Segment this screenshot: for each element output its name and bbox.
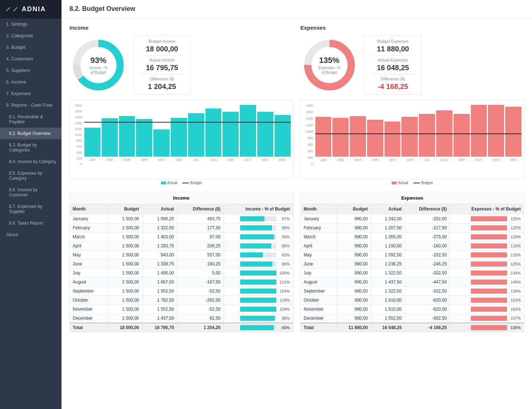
sidebar-item-expenses-category[interactable]: 8.5. Expenses by Category bbox=[0, 167, 61, 184]
income-actual-dot bbox=[161, 182, 166, 184]
bar-col-aug: AUG bbox=[205, 108, 222, 162]
expenses-title: Expenses bbox=[301, 25, 524, 31]
td-total-pct: 135% bbox=[450, 323, 524, 332]
td-3: -275,00 bbox=[405, 233, 450, 242]
td-1: 990,00 bbox=[337, 223, 371, 233]
td-1: 990,00 bbox=[337, 287, 371, 296]
sidebar-item-budget-overview[interactable]: 8.2. Budget Overview bbox=[0, 128, 61, 139]
table-row: November990,001 610,00-620,00163% bbox=[301, 305, 524, 314]
sidebar-item-customers[interactable]: 4. Customers bbox=[0, 53, 61, 65]
bar-label-jan: JAN bbox=[89, 158, 95, 162]
sidebar-item-rec-payable[interactable]: 8.1. Receivable & Payable bbox=[0, 111, 61, 128]
income-legend-budget-label: Budget bbox=[190, 181, 202, 185]
income-donut-label: 93% Income - % of Budget bbox=[89, 55, 108, 75]
income-budget-label: Budget Income bbox=[140, 39, 184, 43]
td-pct: 67% bbox=[224, 214, 293, 223]
sidebar-item-income-customer[interactable]: 8.6. Income by Customer bbox=[0, 184, 61, 201]
td-3: -167,50 bbox=[177, 278, 224, 287]
td-pct: 104% bbox=[224, 287, 293, 296]
y-tick: 1400 bbox=[306, 117, 313, 120]
bar-label-nov: NOV bbox=[262, 158, 269, 162]
bar-col-mar: MAR bbox=[350, 116, 366, 162]
pct-label: 104% bbox=[278, 289, 290, 293]
pct-label: 145% bbox=[509, 280, 521, 284]
table-row: April990,001 150,00-160,00116% bbox=[301, 242, 524, 251]
td-3: -52,50 bbox=[177, 305, 224, 314]
logo-area: ⟋⟋ ADNIA bbox=[0, 0, 61, 18]
y-tick: 400 bbox=[307, 149, 313, 153]
sidebar-item-categories[interactable]: 2. Categories bbox=[0, 30, 61, 42]
logo-icon: ⟋⟋ bbox=[4, 5, 19, 13]
bar-label-jul: JUL bbox=[424, 158, 430, 162]
sidebar-item-about[interactable]: About bbox=[0, 229, 61, 240]
td-pct: 88% bbox=[224, 223, 293, 233]
income-table-title: Income bbox=[69, 192, 293, 204]
td-1: 1 500,00 bbox=[107, 287, 142, 296]
bar-label-jul: JUL bbox=[193, 158, 199, 162]
td-pct: 86% bbox=[224, 242, 293, 251]
expenses-diff-value: -4 168,25 bbox=[371, 82, 415, 91]
bar-nov bbox=[257, 112, 273, 157]
bar-jun bbox=[171, 118, 187, 157]
td-0: November bbox=[70, 305, 107, 314]
td-0: December bbox=[70, 314, 107, 323]
table-row: February990,001 207,50-217,50122% bbox=[301, 223, 524, 233]
bar-label-jun: JUN bbox=[407, 158, 413, 162]
table-row: November1 500,001 552,50-52,50104% bbox=[70, 305, 293, 314]
expenses-budget-label: Budget Expenses bbox=[371, 39, 415, 43]
td-0: November bbox=[301, 305, 337, 314]
td-total-2: 16 795,75 bbox=[142, 323, 177, 332]
table-row: April1 500,001 293,75206,2586% bbox=[70, 242, 293, 251]
table-row: August1 500,001 667,50-167,50111% bbox=[70, 278, 293, 287]
sidebar-item-budget[interactable]: 3. Budget bbox=[0, 42, 61, 53]
td-2: 1 322,50 bbox=[142, 223, 177, 233]
sidebar-item-expenses[interactable]: 7. Expenses bbox=[0, 88, 61, 99]
expenses-kpi-row: 135% Expenses - % of Budget Budget Expen… bbox=[301, 35, 524, 95]
sidebar-item-reports-cashflow[interactable]: 8. Reports - Cash Flow bbox=[0, 99, 61, 111]
sidebar-item-income-category[interactable]: 8.4. Income by Category bbox=[0, 156, 61, 167]
pct-label: 100% bbox=[278, 271, 290, 275]
td-0: May bbox=[70, 251, 107, 260]
bar-label-feb: FEB bbox=[106, 158, 113, 162]
sidebar-item-income[interactable]: 6. Income bbox=[0, 76, 61, 88]
bar-label-mar: MAR bbox=[354, 158, 361, 162]
td-pct: 157% bbox=[450, 314, 524, 323]
income-budget-value: 18 000,00 bbox=[140, 45, 184, 53]
td-2: 1 437,50 bbox=[142, 314, 177, 323]
td-1: 990,00 bbox=[337, 251, 371, 260]
pct-label: 134% bbox=[509, 271, 521, 275]
bar-col-jun: JUN bbox=[171, 118, 187, 162]
td-pct: 94% bbox=[224, 233, 293, 242]
td-0: June bbox=[301, 260, 337, 269]
td-3: 62,50 bbox=[177, 314, 224, 323]
sidebar-item-settings[interactable]: 1. Settings bbox=[0, 18, 61, 30]
td-3: -217,50 bbox=[405, 223, 450, 233]
y-tick: 1000 bbox=[75, 133, 82, 137]
bar-jan bbox=[84, 128, 101, 157]
income-legend: Actual Budget bbox=[69, 181, 293, 185]
bar-col-apr: APR bbox=[367, 120, 383, 162]
sidebar-item-suppliers[interactable]: 5. Suppliers bbox=[0, 65, 61, 76]
td-total-3: -4 168,25 bbox=[405, 323, 450, 332]
income-donut: 93% Income - % of Budget bbox=[69, 36, 127, 94]
th-diff-income: Difference ($) bbox=[177, 204, 224, 214]
y-tick: 1000 bbox=[306, 130, 313, 133]
table-row: May1 500,00943,00557,0063% bbox=[70, 251, 293, 260]
income-title: Income bbox=[69, 25, 293, 31]
td-1: 990,00 bbox=[337, 305, 371, 314]
sidebar-item-expenses-supplier[interactable]: 8.7. Expenses by Supplier bbox=[0, 201, 61, 217]
expenses-table-title: Expenses bbox=[301, 192, 524, 204]
td-2: 1 552,50 bbox=[371, 314, 405, 323]
table-row: February1 500,001 322,50177,5088% bbox=[70, 223, 293, 233]
y-tick: 1600 bbox=[75, 115, 82, 119]
sidebar-item-budget-categories[interactable]: 8.3. Budget by Categories bbox=[0, 139, 61, 156]
td-pct: 134% bbox=[450, 287, 524, 296]
income-diff-value: 1 204,25 bbox=[140, 82, 184, 91]
td-2: 1 667,50 bbox=[142, 278, 177, 287]
sidebar-item-taxes-report[interactable]: 8.8. Taxes Report bbox=[0, 217, 61, 229]
td-1: 1 500,00 bbox=[107, 233, 142, 242]
bar-col-may: MAY bbox=[384, 122, 401, 162]
td-pct: 63% bbox=[224, 251, 293, 260]
th-budget-income: Budget bbox=[107, 204, 142, 214]
td-2: 1 552,50 bbox=[142, 287, 177, 296]
